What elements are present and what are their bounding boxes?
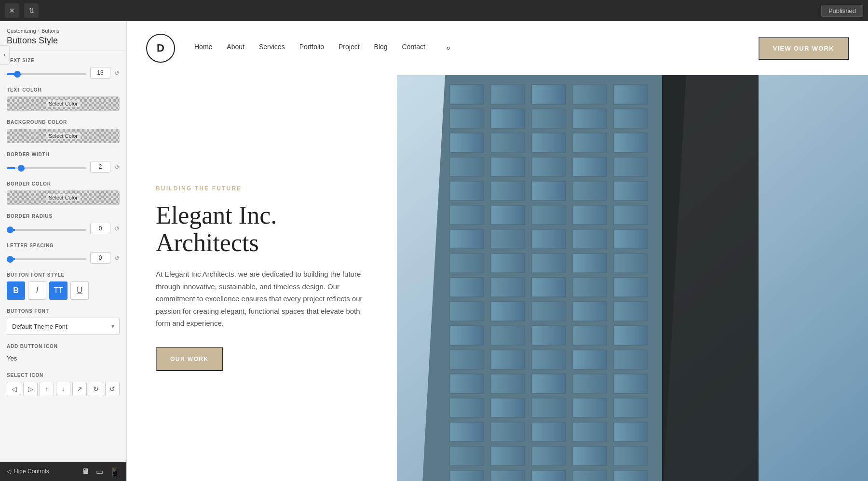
- svg-rect-68: [573, 446, 607, 466]
- nav-logo: D: [146, 34, 175, 63]
- mobile-icon[interactable]: 📱: [110, 467, 120, 476]
- swap-icon[interactable]: ⇅: [24, 3, 39, 18]
- bold-button[interactable]: B: [7, 281, 25, 300]
- svg-rect-72: [614, 133, 648, 152]
- svg-rect-40: [532, 181, 566, 200]
- svg-rect-28: [491, 302, 525, 321]
- preview-area: D Home About Services Portfolio Project …: [127, 21, 868, 481]
- add-button-icon-control: ADD BUTTON ICON Yes: [7, 344, 120, 364]
- icon-select-row: ◁ ▷ ↑ ↓ ↗ ↻ ↺: [7, 382, 120, 396]
- svg-rect-27: [491, 278, 525, 297]
- border-color-swatch[interactable]: Select Color: [7, 190, 120, 205]
- nav-cta-button[interactable]: VIEW OUR WORK: [759, 37, 849, 60]
- border-radius-slider-container: [7, 224, 86, 233]
- nav-link-home[interactable]: Home: [194, 43, 212, 53]
- svg-rect-55: [573, 133, 607, 152]
- add-button-icon-value: Yes: [7, 353, 120, 364]
- svg-rect-47: [532, 350, 566, 369]
- svg-rect-63: [573, 326, 607, 345]
- icon-option-5[interactable]: ↗: [72, 382, 87, 396]
- svg-rect-29: [491, 326, 525, 345]
- buttons-font-value: Default Theme Font: [12, 323, 68, 330]
- hero-title: Elegant Inc. Architects: [156, 201, 368, 256]
- text-size-row: ↺: [7, 67, 120, 79]
- svg-rect-81: [614, 350, 648, 369]
- nav-link-blog[interactable]: Blog: [374, 43, 388, 53]
- bg-color-swatch[interactable]: Select Color: [7, 129, 120, 143]
- svg-rect-12: [450, 326, 484, 345]
- svg-rect-66: [573, 398, 607, 417]
- text-color-swatch[interactable]: Select Color: [7, 96, 120, 111]
- add-button-icon-label: ADD BUTTON ICON: [7, 344, 120, 349]
- border-width-row: ↺: [7, 161, 120, 173]
- svg-rect-38: [532, 133, 566, 152]
- hero-cta-button[interactable]: OUR WORK: [156, 347, 223, 371]
- icon-option-4[interactable]: ↓: [56, 382, 70, 396]
- panel-header: Customizing › Buttons Buttons Style: [0, 21, 126, 51]
- uppercase-button[interactable]: TT: [49, 281, 68, 300]
- svg-rect-84: [614, 422, 648, 441]
- svg-rect-80: [614, 326, 648, 345]
- svg-rect-14: [450, 374, 484, 393]
- text-size-input[interactable]: [90, 67, 110, 79]
- svg-rect-11: [450, 302, 484, 321]
- footer-device-icons: 🖥 ▭ 📱: [81, 467, 120, 476]
- tablet-icon[interactable]: ▭: [96, 467, 103, 476]
- nav-link-about[interactable]: About: [227, 43, 244, 53]
- panel-back-button[interactable]: ‹: [0, 45, 10, 65]
- svg-rect-70: [614, 85, 648, 104]
- letter-spacing-slider[interactable]: [7, 258, 86, 260]
- border-radius-reset[interactable]: ↺: [114, 225, 120, 232]
- buttons-font-label: BUTTONS FONT: [7, 308, 120, 314]
- nav-link-project[interactable]: Project: [339, 43, 360, 53]
- search-icon[interactable]: ⚬: [445, 43, 452, 53]
- svg-rect-75: [614, 205, 648, 225]
- italic-button[interactable]: I: [28, 281, 46, 300]
- border-width-reset[interactable]: ↺: [114, 163, 120, 171]
- svg-rect-64: [573, 350, 607, 369]
- svg-rect-85: [614, 446, 648, 466]
- nav-link-contact[interactable]: Contact: [402, 43, 425, 53]
- border-width-input[interactable]: [90, 161, 110, 173]
- icon-option-3[interactable]: ↑: [40, 382, 54, 396]
- svg-rect-79: [614, 302, 648, 321]
- nav-link-services[interactable]: Services: [259, 43, 285, 53]
- left-panel: ‹ Customizing › Buttons Buttons Style TE…: [0, 21, 127, 481]
- svg-rect-77: [614, 254, 648, 273]
- text-size-reset[interactable]: ↺: [114, 69, 120, 77]
- border-radius-slider[interactable]: [7, 229, 86, 231]
- top-bar: ✕ ⇅ Published: [0, 0, 868, 21]
- svg-rect-22: [491, 157, 525, 176]
- letter-spacing-reset[interactable]: ↺: [114, 254, 120, 262]
- desktop-icon[interactable]: 🖥: [81, 467, 89, 476]
- icon-option-6[interactable]: ↻: [89, 382, 103, 396]
- svg-rect-37: [532, 109, 566, 128]
- website-preview: D Home About Services Portfolio Project …: [127, 21, 868, 481]
- svg-rect-48: [532, 374, 566, 393]
- svg-rect-69: [573, 470, 607, 481]
- svg-rect-39: [532, 157, 566, 176]
- text-size-slider[interactable]: [7, 73, 86, 75]
- buttons-font-control: BUTTONS FONT Default Theme Font ▾: [7, 308, 120, 335]
- published-button[interactable]: Published: [821, 5, 863, 17]
- underline-button[interactable]: U: [70, 281, 89, 300]
- border-width-control: BORDER WIDTH ↺: [7, 152, 120, 173]
- icon-option-1[interactable]: ◁: [7, 382, 21, 396]
- border-radius-input[interactable]: [90, 223, 110, 234]
- icon-option-2[interactable]: ▷: [23, 382, 38, 396]
- icon-option-7[interactable]: ↺: [105, 382, 120, 396]
- svg-rect-87: [662, 75, 759, 481]
- svg-rect-13: [450, 350, 484, 369]
- hide-controls-button[interactable]: ◁ Hide Controls: [7, 468, 49, 475]
- svg-rect-7: [450, 205, 484, 225]
- border-width-slider[interactable]: [7, 167, 86, 169]
- close-icon[interactable]: ✕: [5, 3, 19, 18]
- svg-rect-50: [532, 422, 566, 441]
- buttons-font-dropdown[interactable]: Default Theme Font ▾: [7, 318, 120, 335]
- nav-link-portfolio[interactable]: Portfolio: [299, 43, 324, 53]
- svg-rect-43: [532, 254, 566, 273]
- border-radius-row: ↺: [7, 223, 120, 234]
- svg-rect-2: [450, 85, 484, 104]
- svg-rect-46: [532, 326, 566, 345]
- letter-spacing-input[interactable]: [90, 252, 110, 264]
